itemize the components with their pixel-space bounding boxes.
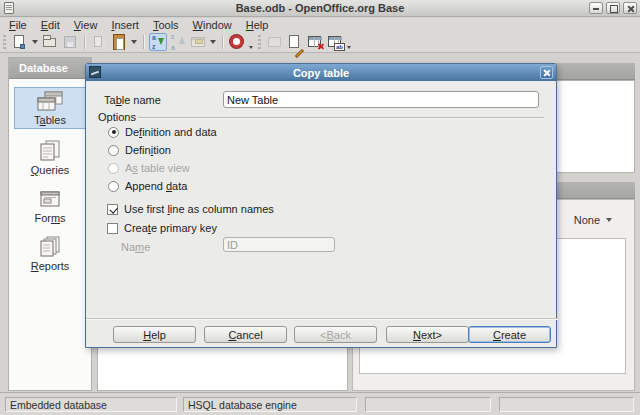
menu-insert[interactable]: Insert <box>104 19 146 31</box>
back-button: < Back <box>294 326 377 343</box>
paste-button[interactable] <box>110 33 128 51</box>
tables-icon <box>35 90 65 113</box>
create-button[interactable]: Create <box>468 326 551 343</box>
form-stack-icon <box>268 37 281 47</box>
copy-icon <box>94 36 102 47</box>
edit-button[interactable] <box>286 33 304 51</box>
rename-table-button[interactable]: ab <box>326 33 344 51</box>
sidebar-item-reports[interactable]: Reports <box>14 233 86 275</box>
toolbar-separator <box>84 35 85 49</box>
status-database-type: Embedded database <box>5 397 177 412</box>
dialog-title: Copy table <box>86 67 556 79</box>
checkbox-box[interactable] <box>107 223 118 234</box>
sidebar-item-forms[interactable]: Forms <box>14 185 86 227</box>
preview-mode-value: None <box>574 214 600 226</box>
paste-dropdown[interactable] <box>131 40 137 44</box>
sort-ascending-icon: az <box>150 34 166 50</box>
table-name-label: Table name <box>104 94 161 106</box>
sidebar-item-label: Queries <box>31 164 70 176</box>
window-title: Base.odb - OpenOffice.org Base <box>0 2 640 14</box>
form-wizard-button[interactable] <box>189 33 207 51</box>
checkbox-box[interactable] <box>107 204 118 215</box>
help-dropdown[interactable] <box>249 46 253 49</box>
status-database-engine: HSQL database engine <box>183 397 357 412</box>
sort-descending-icon: za <box>169 33 187 51</box>
radio-circle[interactable] <box>108 127 119 138</box>
radio-definition-and-data[interactable]: Definition and data <box>108 126 217 138</box>
radio-circle <box>108 163 119 174</box>
close-button[interactable] <box>623 2 637 14</box>
sidebar-item-label: Reports <box>31 260 70 272</box>
open-database-object-button <box>266 33 284 51</box>
sidebar-item-tables[interactable]: Tables <box>14 87 86 129</box>
status-cell-empty <box>499 397 634 412</box>
menubar: File Edit View Insert Tools Window Help <box>0 18 640 32</box>
help-lifebuoy-icon <box>230 35 243 48</box>
table-name-input[interactable] <box>223 91 539 108</box>
menu-help[interactable]: Help <box>239 19 276 31</box>
dialog-separator <box>86 318 558 319</box>
delete-x-icon <box>317 43 324 50</box>
delete-table-button[interactable] <box>306 33 324 51</box>
new-document-dropdown[interactable] <box>32 40 38 44</box>
edit-page-icon <box>289 35 299 48</box>
sidebar-header: Database <box>9 58 91 79</box>
toolbar-grip[interactable] <box>3 35 6 49</box>
database-sidebar: Database Tables Queries Forms <box>8 57 92 391</box>
menu-tools[interactable]: Tools <box>146 19 186 31</box>
primary-key-name-input <box>223 237 335 252</box>
next-button[interactable]: Next> <box>386 326 469 343</box>
menu-view[interactable]: View <box>67 19 105 31</box>
chevron-down-icon <box>606 218 612 222</box>
radio-as-table-view: As table view <box>108 162 190 174</box>
new-document-icon <box>14 35 24 48</box>
queries-icon <box>35 140 65 163</box>
sidebar-item-label: Forms <box>34 212 65 224</box>
preview-mode-dropdown[interactable]: None <box>574 214 612 226</box>
base-application-window: { "window": { "title": "Base.odb - OpenO… <box>0 0 640 415</box>
form-wizard-dropdown[interactable] <box>210 40 216 44</box>
sort-descending-button[interactable]: za <box>169 33 187 51</box>
dialog-titlebar: Copy table <box>86 64 556 81</box>
sidebar-item-label: Tables <box>34 114 66 126</box>
pencil-icon <box>295 49 304 58</box>
window-titlebar: Base.odb - OpenOffice.org Base <box>0 0 640 17</box>
copy-button <box>90 33 108 51</box>
minimize-button[interactable] <box>589 2 603 14</box>
menu-edit[interactable]: Edit <box>34 19 67 31</box>
cancel-button[interactable]: Cancel <box>204 326 287 343</box>
save-button <box>61 33 79 51</box>
menu-window[interactable]: Window <box>186 19 239 31</box>
toolbar-separator <box>143 35 144 49</box>
sidebar-item-queries[interactable]: Queries <box>14 137 86 179</box>
rename-dropdown[interactable] <box>347 46 351 49</box>
sort-ascending-button[interactable]: az <box>149 33 167 51</box>
app-icon <box>4 2 14 14</box>
maximize-button[interactable] <box>606 2 620 14</box>
form-wizard-icon <box>191 37 205 47</box>
save-icon <box>64 36 76 48</box>
toolbar-separator <box>222 35 223 49</box>
toolbar: az za ab <box>0 32 640 53</box>
dialog-icon <box>89 66 101 78</box>
radio-circle[interactable] <box>108 145 119 156</box>
forms-icon <box>35 188 65 211</box>
help-dialog-button[interactable]: Help <box>113 326 196 343</box>
radio-definition[interactable]: Definition <box>108 144 171 156</box>
checkbox-use-first-line[interactable]: Use first line as column names <box>107 203 274 215</box>
paste-icon <box>113 34 125 50</box>
options-group-label: Options <box>98 111 136 123</box>
checkbox-create-primary-key[interactable]: Create primary key <box>107 222 217 234</box>
primary-key-name-label: Name <box>121 241 150 253</box>
options-group-line <box>138 117 544 118</box>
open-folder-icon <box>43 38 56 47</box>
dialog-close-icon[interactable] <box>540 66 553 79</box>
help-button[interactable] <box>228 33 246 51</box>
toolbar-grip[interactable] <box>258 35 261 49</box>
menu-file[interactable]: File <box>2 19 34 31</box>
radio-circle[interactable] <box>108 181 119 192</box>
copy-table-dialog: Copy table Table name Options Definition… <box>85 63 557 348</box>
open-button[interactable] <box>41 33 59 51</box>
radio-append-data[interactable]: Append data <box>108 180 187 192</box>
new-document-button[interactable] <box>11 33 29 51</box>
